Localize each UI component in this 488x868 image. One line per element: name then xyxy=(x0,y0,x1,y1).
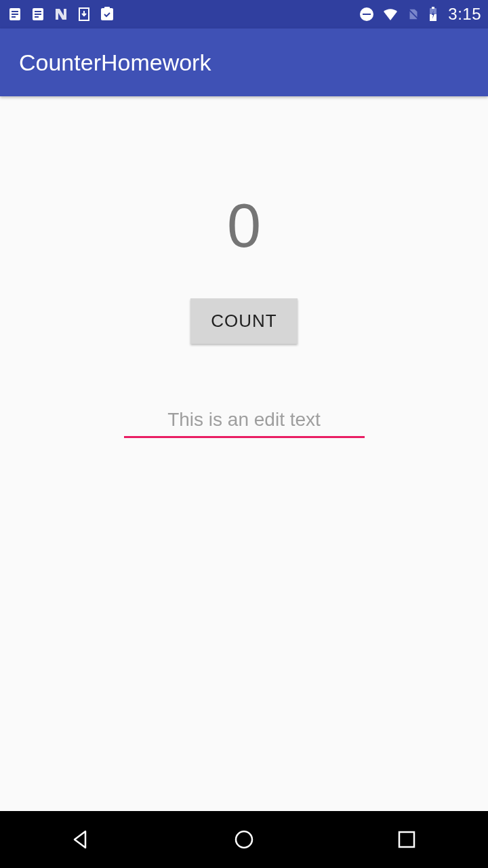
recents-button[interactable] xyxy=(386,819,427,860)
no-sim-icon xyxy=(406,6,421,22)
home-button[interactable] xyxy=(224,819,264,860)
edit-text-input[interactable] xyxy=(124,405,365,438)
svg-rect-11 xyxy=(363,14,371,15)
edit-text-wrap xyxy=(124,405,365,438)
status-right-icons: 3:15 xyxy=(359,5,481,24)
counter-value: 0 xyxy=(227,191,261,261)
svg-rect-17 xyxy=(399,832,414,847)
app-bar: CounterHomework xyxy=(0,28,488,96)
svg-rect-3 xyxy=(12,16,16,18)
notification-doc2-icon xyxy=(30,6,46,22)
svg-rect-7 xyxy=(35,16,39,18)
clipboard-check-icon xyxy=(99,6,115,22)
status-bar: 3:15 xyxy=(0,0,488,28)
svg-rect-15 xyxy=(432,7,434,9)
screen: 3:15 CounterHomework 0 COUNT xyxy=(0,0,488,868)
back-triangle-icon xyxy=(69,827,94,852)
n-logo-icon xyxy=(53,6,69,22)
download-icon xyxy=(76,6,92,22)
svg-rect-2 xyxy=(12,14,18,15)
notification-doc-icon xyxy=(7,6,23,22)
svg-rect-5 xyxy=(35,11,41,12)
svg-point-16 xyxy=(236,831,252,848)
home-circle-icon xyxy=(232,827,256,852)
status-clock: 3:15 xyxy=(448,5,481,24)
battery-charging-icon xyxy=(428,6,439,22)
app-title: CounterHomework xyxy=(19,50,211,76)
back-button[interactable] xyxy=(61,819,102,860)
dnd-icon xyxy=(359,6,375,22)
status-left-icons xyxy=(7,6,115,22)
count-button[interactable]: COUNT xyxy=(190,298,297,344)
navigation-bar xyxy=(0,811,488,868)
svg-rect-1 xyxy=(12,11,18,12)
svg-rect-9 xyxy=(104,7,110,9)
wifi-icon xyxy=(382,6,399,22)
recents-square-icon xyxy=(396,829,418,850)
content: 0 COUNT xyxy=(0,96,488,811)
svg-rect-6 xyxy=(35,14,41,15)
